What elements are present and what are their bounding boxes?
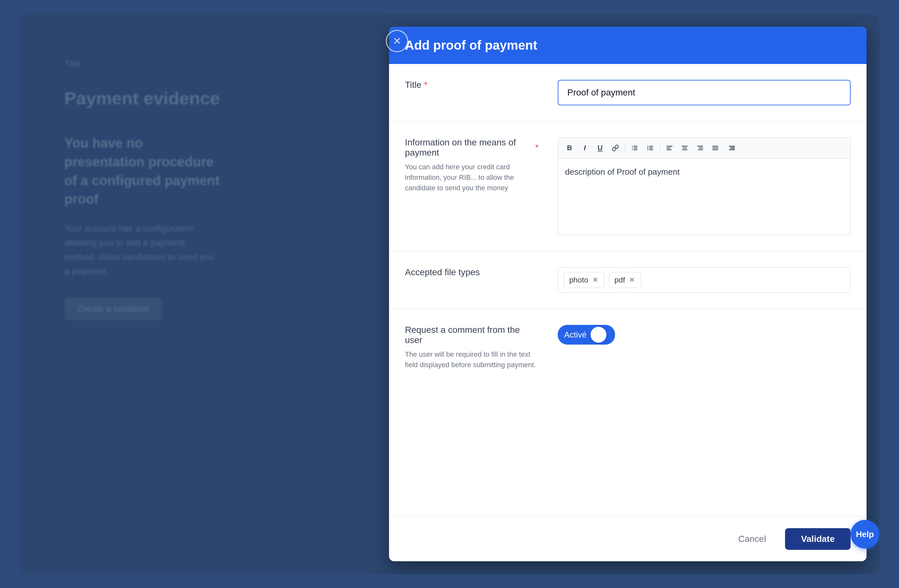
- info-label-col: Information on the means of payment * Yo…: [405, 137, 539, 193]
- toggle-col: Activé: [558, 325, 851, 344]
- file-types-input[interactable]: photo ✕ pdf ✕: [558, 267, 851, 293]
- toolbar-align-left-button[interactable]: [663, 141, 677, 155]
- modal-dialog: Add proof of payment Title *: [389, 27, 867, 561]
- file-types-control-col: photo ✕ pdf ✕: [558, 267, 851, 293]
- comment-label-col: Request a comment from the user The user…: [405, 325, 539, 370]
- editor-content[interactable]: description of Proof of payment: [558, 159, 850, 235]
- modal-footer: Cancel Validate: [389, 516, 867, 561]
- comment-toggle[interactable]: Activé: [558, 325, 615, 344]
- toolbar-indent-button[interactable]: [725, 141, 739, 155]
- svg-point-3: [632, 146, 633, 147]
- comment-sublabel: The user will be required to fill in the…: [405, 349, 539, 370]
- modal-title: Add proof of payment: [405, 38, 538, 52]
- info-row: Information on the means of payment * Yo…: [389, 122, 867, 252]
- cancel-button[interactable]: Cancel: [729, 529, 775, 549]
- file-types-row: Accepted file types photo ✕ pdf ✕: [389, 252, 867, 309]
- toggle-label: Activé: [564, 330, 587, 340]
- toolbar-link-button[interactable]: [609, 141, 623, 155]
- help-button[interactable]: Help: [851, 520, 879, 549]
- toolbar-divider-2: [660, 144, 660, 153]
- toolbar-align-center-button[interactable]: [678, 141, 692, 155]
- file-tag-pdf: pdf ✕: [609, 272, 641, 288]
- editor-col: B I U 1.2.3.: [558, 137, 851, 235]
- svg-point-4: [632, 148, 633, 148]
- file-tag-photo: photo ✕: [564, 272, 604, 288]
- toolbar-underline-button[interactable]: U: [593, 141, 607, 155]
- comment-label: Request a comment from the user: [405, 325, 539, 345]
- close-button[interactable]: ✕: [386, 30, 408, 52]
- toolbar-italic-button[interactable]: I: [578, 141, 592, 155]
- toggle-knob: [590, 327, 606, 343]
- rich-editor: B I U 1.2.3.: [558, 137, 851, 235]
- svg-text:3.: 3.: [647, 148, 649, 151]
- title-required: *: [424, 80, 428, 90]
- file-types-label-col: Accepted file types: [405, 267, 539, 281]
- toggle-section: Activé: [558, 325, 851, 344]
- screen-wrapper: Title Payment evidence You have no prese…: [20, 14, 879, 574]
- file-types-label: Accepted file types: [405, 267, 539, 278]
- info-label: Information on the means of payment *: [405, 137, 539, 158]
- title-control-col: [558, 80, 851, 105]
- file-tag-pdf-label: pdf: [615, 276, 625, 284]
- modal-header: Add proof of payment: [389, 27, 867, 64]
- file-tag-pdf-remove[interactable]: ✕: [628, 276, 636, 284]
- comment-row: Request a comment from the user The user…: [389, 309, 867, 386]
- title-input[interactable]: [558, 80, 851, 105]
- toolbar-ul-button[interactable]: [628, 141, 642, 155]
- toolbar-align-right-button[interactable]: [693, 141, 707, 155]
- title-row: Title *: [389, 64, 867, 122]
- modal-body: Title * Information on the means of paym…: [389, 64, 867, 516]
- toolbar-align-justify-button[interactable]: [708, 141, 722, 155]
- info-sublabel: You can add here your credit card inform…: [405, 162, 539, 193]
- close-icon: ✕: [393, 35, 402, 47]
- title-label: Title *: [405, 80, 539, 90]
- toolbar-ol-button[interactable]: 1.2.3.: [643, 141, 657, 155]
- toolbar-bold-button[interactable]: B: [562, 141, 576, 155]
- file-tag-photo-label: photo: [569, 276, 588, 284]
- svg-point-5: [632, 149, 633, 150]
- validate-button[interactable]: Validate: [785, 528, 851, 550]
- info-required: *: [535, 142, 539, 153]
- toolbar-divider-1: [625, 144, 625, 153]
- editor-toolbar: B I U 1.2.3.: [558, 138, 850, 159]
- title-label-col: Title *: [405, 80, 539, 94]
- file-tag-photo-remove[interactable]: ✕: [592, 276, 599, 284]
